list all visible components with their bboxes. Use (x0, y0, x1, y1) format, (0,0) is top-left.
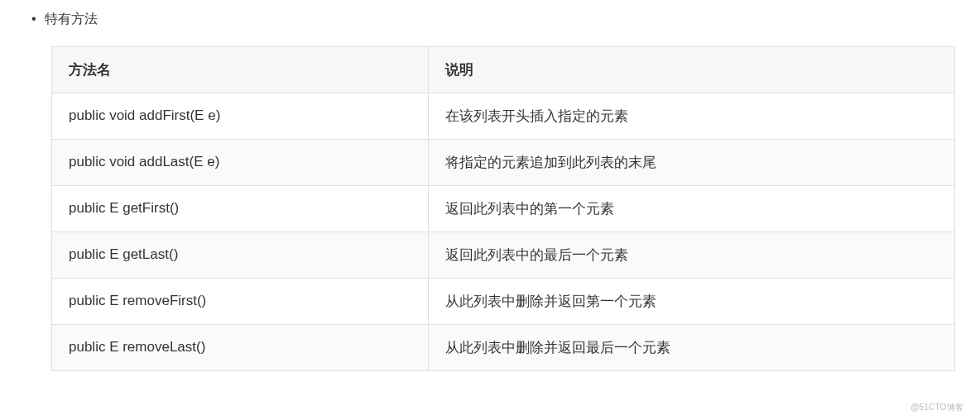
table-cell-method: public E getLast() (52, 231, 429, 278)
method-table-container: 方法名 说明 public void addFirst(E e) 在该列表开头插… (51, 46, 955, 371)
table-cell-method: public void addLast(E e) (52, 139, 429, 185)
bullet-item: • 特有方法 (31, 8, 963, 30)
table-header-row: 方法名 说明 (52, 46, 955, 93)
table-row: public E removeLast() 从此列表中删除并返回最后一个元素 (52, 324, 955, 370)
method-table: 方法名 说明 public void addFirst(E e) 在该列表开头插… (51, 46, 955, 371)
table-row: public E getFirst() 返回此列表中的第一个元素 (52, 185, 955, 231)
table-header-desc: 说明 (429, 46, 955, 93)
table-cell-method: public E getFirst() (52, 185, 429, 231)
table-cell-method: public void addFirst(E e) (52, 93, 429, 139)
table-cell-desc: 返回此列表中的第一个元素 (429, 185, 955, 231)
table-row: public E removeFirst() 从此列表中删除并返回第一个元素 (52, 278, 955, 324)
table-header-method: 方法名 (52, 46, 429, 93)
table-cell-desc: 返回此列表中的最后一个元素 (429, 231, 955, 278)
table-cell-method: public E removeFirst() (52, 278, 429, 324)
table-cell-desc: 在该列表开头插入指定的元素 (429, 93, 955, 139)
bullet-label: 特有方法 (45, 8, 98, 30)
table-cell-method: public E removeLast() (52, 324, 429, 370)
bullet-dot-icon: • (31, 8, 36, 30)
table-row: public E getLast() 返回此列表中的最后一个元素 (52, 231, 955, 278)
table-cell-desc: 从此列表中删除并返回第一个元素 (429, 278, 955, 324)
table-row: public void addFirst(E e) 在该列表开头插入指定的元素 (52, 93, 955, 139)
table-row: public void addLast(E e) 将指定的元素追加到此列表的末尾 (52, 139, 955, 185)
table-cell-desc: 从此列表中删除并返回最后一个元素 (429, 324, 955, 370)
table-cell-desc: 将指定的元素追加到此列表的末尾 (429, 139, 955, 185)
